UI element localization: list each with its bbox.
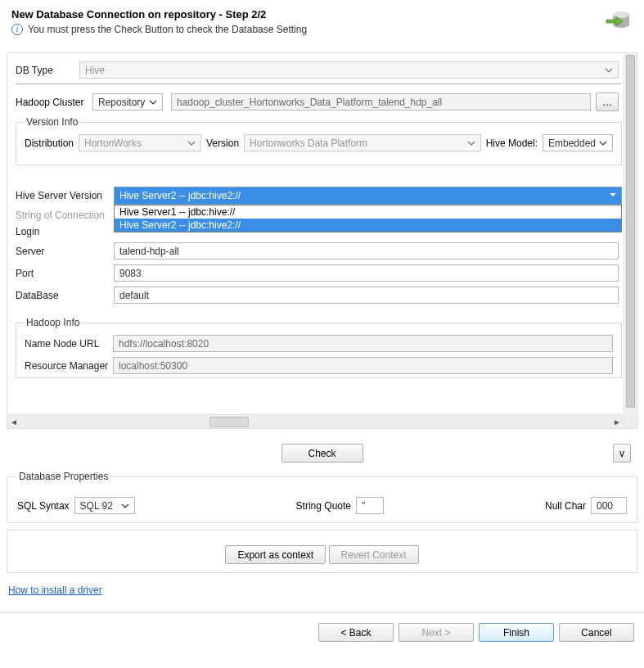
server-field[interactable]	[114, 242, 619, 260]
info-text: You must press the Check Button to check…	[28, 24, 307, 35]
database-properties-legend: Database Properties	[17, 471, 110, 482]
scroll-left-arrow-icon[interactable]: ◄	[7, 416, 20, 428]
vertical-scrollbar[interactable]	[624, 53, 637, 428]
cancel-button[interactable]: Cancel	[559, 623, 634, 642]
distribution-label: Distribution	[25, 138, 74, 149]
string-of-connection-label: String of Connection	[16, 210, 114, 221]
server-label: Server	[16, 246, 114, 257]
port-field[interactable]	[114, 264, 619, 282]
hive-server-version-dropdown[interactable]: Hive Server1 -- jdbc:hive:// Hive Server…	[114, 205, 622, 232]
distribution-select[interactable]: HortonWorks	[79, 134, 201, 151]
name-node-url-field	[113, 335, 613, 352]
export-context-button[interactable]: Export as context	[225, 545, 326, 564]
finish-button[interactable]: Finish	[479, 623, 554, 642]
null-char-field[interactable]	[591, 497, 627, 514]
null-char-label: Null Char	[545, 500, 586, 512]
check-dropdown-button[interactable]: v	[613, 444, 631, 463]
string-quote-field[interactable]	[356, 497, 384, 514]
check-button[interactable]: Check	[281, 444, 363, 463]
version-select[interactable]: Hortonworks Data Platform	[244, 134, 481, 151]
database-wizard-icon	[605, 7, 631, 33]
hive-server-version-select[interactable]: Hive Server2 -- jdbc:hive2:// Hive Serve…	[114, 187, 622, 205]
how-to-install-driver-link[interactable]: How to install a driver	[8, 584, 102, 596]
scroll-right-arrow-icon[interactable]: ►	[610, 416, 624, 428]
revert-context-button[interactable]: Revert Context	[329, 545, 419, 564]
hadoop-info-fieldset: Hadoop Info Name Node URL Resource Manag…	[16, 317, 622, 378]
login-label: Login	[16, 226, 114, 237]
version-info-legend: Version Info	[25, 116, 79, 128]
name-node-url-label: Name Node URL	[25, 338, 113, 350]
resource-manager-label: Resource Manager	[25, 360, 113, 372]
database-properties-fieldset: Database Properties SQL Syntax SQL 92 St…	[7, 471, 637, 523]
page-title: New Database Connection on repository - …	[11, 8, 633, 20]
horizontal-scrollbar[interactable]: ◄ ►	[7, 414, 624, 428]
database-field[interactable]	[114, 287, 619, 304]
version-info-fieldset: Version Info Distribution HortonWorks Ve…	[16, 116, 622, 165]
back-button[interactable]: < Back	[318, 623, 394, 642]
browse-cluster-button[interactable]: …	[596, 93, 619, 111]
db-type-select[interactable]: Hive	[79, 61, 619, 79]
hadoop-cluster-path-field	[171, 93, 591, 111]
db-type-label: DB Type	[16, 65, 79, 76]
hive-model-label: Hive Model:	[486, 138, 538, 149]
hive-server-version-label: Hive Server Version	[16, 190, 114, 201]
next-button[interactable]: Next >	[399, 623, 474, 642]
string-quote-label: String Quote	[296, 500, 351, 512]
hive-model-select[interactable]: Embedded	[543, 134, 613, 151]
hive-server-option-1[interactable]: Hive Server1 -- jdbc:hive://	[115, 205, 621, 219]
svg-point-1	[613, 11, 629, 18]
sql-syntax-label: SQL Syntax	[17, 500, 70, 512]
resource-manager-field	[113, 357, 613, 374]
info-icon: i	[11, 24, 23, 35]
hadoop-cluster-mode-select[interactable]: Repository	[92, 93, 163, 111]
port-label: Port	[16, 268, 114, 279]
hive-server-option-2[interactable]: Hive Server2 -- jdbc:hive2://	[115, 219, 621, 232]
database-label: DataBase	[16, 290, 114, 301]
hadoop-cluster-label: Hadoop Cluster	[16, 97, 92, 108]
version-label: Version	[206, 138, 239, 149]
hadoop-info-legend: Hadoop Info	[25, 317, 81, 328]
sql-syntax-select[interactable]: SQL 92	[74, 497, 135, 514]
